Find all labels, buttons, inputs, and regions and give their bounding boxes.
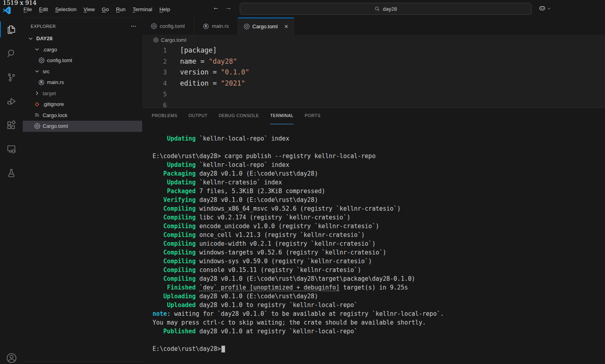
tree-item-label: target [43, 90, 56, 96]
terminal-line: Compiling console v0.15.11 (registry `ke… [153, 266, 605, 274]
gear-icon [244, 23, 250, 29]
back-arrow-icon[interactable]: ← [213, 4, 219, 12]
tree-item-label: main.rs [47, 79, 64, 85]
code-text: edition = "2021" [167, 78, 245, 89]
tab-cargo-toml[interactable]: Cargo.toml× [238, 18, 294, 35]
close-icon[interactable]: × [284, 23, 288, 30]
terminal-line: Compiling windows-targets v0.52.6 (regis… [153, 248, 605, 257]
terminal-line: Uploaded day28 v0.1.0 to registry `kelln… [153, 301, 605, 309]
activity-testing-icon[interactable] [0, 161, 23, 185]
tree-item-gitignore[interactable]: .gitignore [23, 99, 142, 110]
code-line: 2name = "day28" [142, 56, 605, 67]
panel-tab-terminal[interactable]: TERMINAL [270, 108, 294, 124]
vscode-window: 605 x 364 FileEditSelectionViewGoRunTer… [0, 0, 605, 364]
menu-bar: FileEditSelectionViewGoRunTerminalHelp [20, 5, 174, 14]
tree-item-config-toml[interactable]: config.toml [23, 55, 142, 66]
tree-item-cargo[interactable]: .cargo [23, 44, 142, 55]
tree-item-target[interactable]: target [23, 88, 142, 99]
menu-terminal[interactable]: Terminal [129, 5, 156, 14]
activity-remote-explorer-icon[interactable] [0, 137, 23, 161]
tree-item-main-rs[interactable]: Rmain.rs [23, 77, 142, 88]
code-text: name = "day28" [167, 56, 237, 67]
code-line: 4edition = "2021" [142, 78, 605, 89]
explorer-sidebar: EXPLORER DAY28.cargoconfig.tomlsrcRmain.… [23, 18, 143, 364]
activity-explorer-icon[interactable] [0, 18, 23, 41]
forward-arrow-icon[interactable]: → [225, 4, 232, 12]
menu-view[interactable]: View [80, 5, 98, 14]
terminal-line: Updating `kellnr-cratesio` index [153, 178, 605, 187]
svg-text:R: R [40, 80, 43, 84]
tab-config-toml[interactable]: config.toml [142, 18, 194, 35]
vscode-logo [2, 6, 11, 15]
menu-help[interactable]: Help [156, 5, 174, 14]
tree-item-label: Cargo.toml [43, 123, 68, 129]
gear-icon [153, 37, 159, 43]
file-tree: DAY28.cargoconfig.tomlsrcRmain.rstarget.… [23, 33, 142, 132]
gear-icon [34, 123, 40, 129]
breadcrumb-label: Cargo.toml [161, 37, 186, 43]
chevron-down-icon [27, 35, 34, 42]
more-actions-icon[interactable] [130, 23, 137, 29]
chevron-down-icon [34, 68, 40, 74]
menu-selection[interactable]: Selection [51, 5, 80, 14]
activity-source-control-icon[interactable] [0, 65, 23, 89]
terminal-line: Packaged 7 files, 5.3KiB (2.3KiB compres… [153, 187, 605, 196]
tab-main-rs[interactable]: Rmain.rs [194, 18, 238, 35]
tree-item-label: .cargo [43, 47, 57, 53]
panel-tab-debug-console[interactable]: DEBUG CONSOLE [219, 108, 259, 124]
rust-icon: R [38, 79, 45, 86]
panel-tab-ports[interactable]: PORTS [305, 108, 321, 124]
terminal-line: Compiling once_cell v1.21.3 (registry `k… [153, 231, 605, 239]
tree-item-cargo-lock[interactable]: Cargo.lock [23, 110, 142, 121]
code-text: version = "0.1.0" [167, 67, 249, 78]
tab-label: main.rs [212, 23, 229, 29]
gear-icon [151, 23, 157, 29]
search-icon [374, 6, 380, 12]
menu-edit[interactable]: Edit [35, 5, 51, 14]
account-icon[interactable] [6, 349, 18, 364]
title-bar: FileEditSelectionViewGoRunTerminalHelp ←… [0, 0, 605, 18]
list-icon [34, 112, 40, 118]
search-command-center[interactable]: day28 [240, 3, 532, 15]
panel-tab-output[interactable]: OUTPUT [188, 108, 208, 124]
tree-item-label: .gitignore [43, 101, 64, 107]
activity-bar [0, 18, 23, 364]
line-number: 6 [142, 100, 167, 108]
terminal-line: Packaging day28 v0.1.0 (E:\code\rust\day… [153, 169, 605, 178]
panel-tab-problems[interactable]: PROBLEMS [152, 108, 177, 124]
code-text [167, 89, 180, 100]
terminal-line: Compiling unicode-width v0.2.1 (registry… [153, 239, 605, 248]
panel-tab-bar: PROBLEMSOUTPUTDEBUG CONSOLETERMINALPORTS [142, 108, 605, 124]
terminal-output[interactable]: Updating `kellnr-local-repo` indexE:\cod… [142, 124, 605, 364]
git-icon [34, 101, 40, 108]
terminal-line: Published day28 v0.1.0 at registry `kell… [153, 327, 605, 336]
bottom-panel: PROBLEMSOUTPUTDEBUG CONSOLETERMINALPORTS… [142, 108, 605, 364]
editor-tab-bar: config.tomlRmain.rsCargo.toml× [142, 18, 605, 35]
editor-group: config.tomlRmain.rsCargo.toml× Cargo.tom… [142, 18, 605, 364]
copilot-menu[interactable] [538, 4, 552, 14]
terminal-line: note: waiting for `day28 v0.1.0` to be a… [153, 309, 605, 318]
chevron-down-icon [34, 46, 40, 53]
breadcrumb[interactable]: Cargo.toml [142, 35, 605, 45]
code-editor[interactable]: 1[package]2name = "day28"3version = "0.1… [142, 45, 605, 108]
terminal-line [153, 336, 605, 344]
tree-item-cargo-toml[interactable]: Cargo.toml [23, 121, 142, 132]
tree-root-day28[interactable]: DAY28 [23, 33, 142, 44]
line-number: 3 [142, 67, 167, 78]
tree-item-src[interactable]: src [23, 66, 142, 77]
menu-run[interactable]: Run [112, 5, 129, 14]
terminal-line: E:\code\rust\day28> cargo publish --regi… [153, 152, 605, 160]
terminal-line: You may press ctrl-c to skip waiting; th… [153, 318, 605, 327]
activity-extensions-icon[interactable] [0, 113, 23, 137]
rust-icon: R [203, 23, 209, 29]
terminal-line: E:\code\rust\day28> [153, 344, 605, 353]
terminal-line: Compiling encode_unicode v1.0.0 (registr… [153, 222, 605, 231]
terminal-line: Compiling libc v0.2.174 (registry `kelln… [153, 213, 605, 222]
svg-text:R: R [205, 24, 208, 28]
activity-run-and-debug-icon[interactable] [0, 89, 23, 113]
line-number: 2 [142, 56, 167, 67]
terminal-line [153, 143, 605, 152]
activity-search-icon[interactable] [0, 41, 23, 65]
tab-label: Cargo.toml [253, 23, 278, 29]
menu-go[interactable]: Go [98, 5, 112, 14]
